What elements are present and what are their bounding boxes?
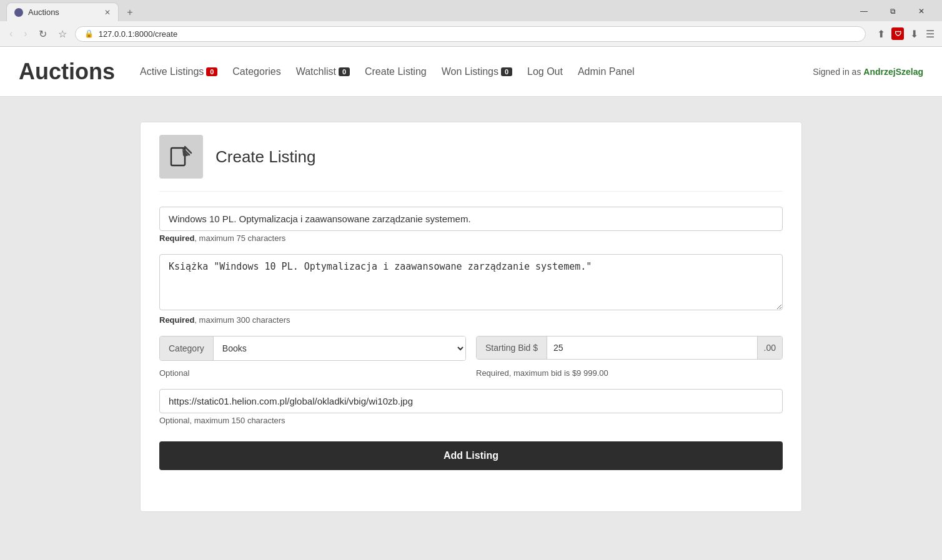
bid-input[interactable] — [547, 336, 756, 359]
title-field-group: Required, maximum 75 characters — [159, 207, 783, 243]
address-bar-url: 127.0.0.1:8000/create — [99, 29, 178, 39]
menu-button[interactable]: ☰ — [925, 27, 936, 41]
address-bar[interactable]: 🔒 127.0.0.1:8000/create — [75, 26, 866, 42]
new-tab-button[interactable]: + — [121, 4, 139, 21]
username: AndrzejSzelag — [863, 67, 923, 77]
image-field-group: Optional, maximum 150 characters — [159, 389, 783, 425]
share-button[interactable]: ⬆ — [876, 27, 886, 41]
description-field-hint: Required, maximum 300 characters — [159, 315, 783, 325]
window-controls: — ⧉ ✕ — [850, 1, 936, 21]
nav-link-create-listing[interactable]: Create Listing — [365, 66, 427, 77]
row-hints: Optional Required, maximum bid is $9 999… — [159, 366, 783, 378]
forward-button[interactable]: › — [21, 27, 30, 41]
add-listing-button[interactable]: Add Listing — [159, 441, 783, 470]
bid-hint: Required, maximum bid is $9 999.00 — [476, 366, 783, 378]
restore-button[interactable]: ⧉ — [878, 1, 907, 21]
reload-button[interactable]: ↻ — [36, 27, 50, 41]
category-prefix: Category — [160, 336, 214, 360]
page-content: Create Listing Required, maximum 75 char… — [0, 97, 942, 537]
nav-link-watchlist[interactable]: Watchlist 0 — [296, 66, 350, 77]
bid-group: Starting Bid $ .00 — [476, 336, 783, 361]
description-textarea[interactable] — [159, 254, 783, 310]
browser-tab[interactable]: Auctions ✕ — [6, 2, 119, 21]
category-field: Category Books Electronics Clothing Home… — [159, 336, 466, 361]
back-button[interactable]: ‹ — [6, 27, 16, 41]
form-title: Create Listing — [216, 147, 315, 167]
won-listings-badge: 0 — [501, 67, 512, 76]
tab-favicon — [14, 8, 23, 17]
minimize-button[interactable]: — — [850, 1, 878, 21]
browser-actions: ⬆ 🛡 ⬇ ☰ — [876, 27, 936, 41]
active-listings-badge: 0 — [206, 67, 217, 76]
nav-link-won-listings[interactable]: Won Listings 0 — [442, 66, 512, 77]
lock-icon: 🔒 — [84, 29, 94, 38]
title-input[interactable] — [159, 207, 783, 231]
tab-title: Auctions — [28, 7, 59, 17]
address-bar-row: ‹ › ↻ ☆ 🔒 127.0.0.1:8000/create ⬆ 🛡 ⬇ ☰ — [0, 21, 942, 46]
category-bid-row: Category Books Electronics Clothing Home… — [159, 336, 783, 361]
signed-in-section: Signed in as AndrzejSzelag — [813, 67, 923, 77]
bid-prefix: Starting Bid $ — [477, 336, 547, 359]
image-field-hint: Optional, maximum 150 characters — [159, 416, 783, 425]
bid-suffix: .00 — [757, 336, 782, 359]
watchlist-badge: 0 — [339, 67, 350, 76]
close-button[interactable]: ✕ — [907, 1, 936, 21]
nav-brand[interactable]: Auctions — [19, 59, 115, 85]
tab-close-button[interactable]: ✕ — [104, 8, 111, 17]
nav-link-admin-panel[interactable]: Admin Panel — [578, 66, 635, 77]
download-button[interactable]: ⬇ — [909, 27, 920, 41]
form-header: Create Listing — [159, 122, 783, 192]
nav-bar: Auctions Active Listings 0 Categories Wa… — [0, 47, 942, 97]
bid-field: Starting Bid $ .00 — [476, 336, 783, 360]
category-group: Category Books Electronics Clothing Home… — [159, 336, 466, 361]
bookmark-button[interactable]: ☆ — [55, 27, 70, 41]
form-card: Create Listing Required, maximum 75 char… — [140, 122, 802, 512]
description-field-group: Required, maximum 300 characters — [159, 254, 783, 325]
category-select[interactable]: Books Electronics Clothing Home Toys Spo… — [214, 336, 465, 360]
title-field-hint: Required, maximum 75 characters — [159, 233, 783, 243]
nav-link-active-listings[interactable]: Active Listings 0 — [140, 66, 217, 77]
nav-link-categories[interactable]: Categories — [232, 66, 280, 77]
nav-link-logout[interactable]: Log Out — [527, 66, 563, 77]
nav-links: Active Listings 0 Categories Watchlist 0… — [140, 66, 813, 77]
app-container: Auctions Active Listings 0 Categories Wa… — [0, 47, 942, 537]
shield-icon[interactable]: 🛡 — [891, 27, 904, 40]
form-icon-box — [159, 135, 203, 179]
browser-chrome: Auctions ✕ + — ⧉ ✕ ‹ › ↻ ☆ 🔒 127.0.0.1:8… — [0, 0, 942, 47]
image-url-input[interactable] — [159, 389, 783, 413]
category-hint: Optional — [159, 366, 466, 378]
tab-bar: Auctions ✕ + — ⧉ ✕ — [0, 0, 942, 21]
edit-icon — [169, 145, 193, 169]
